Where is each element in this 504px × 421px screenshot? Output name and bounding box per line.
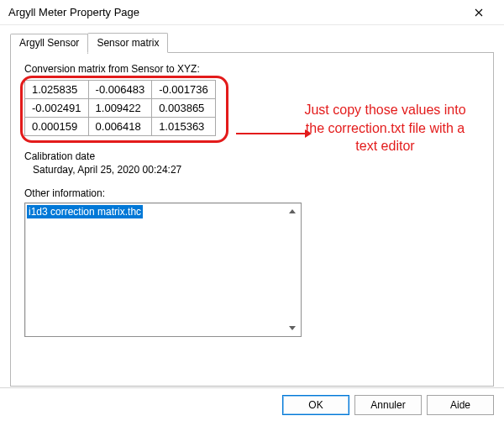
- table-row: -0.002491 1.009422 0.003865: [25, 99, 216, 118]
- conversion-matrix-table: 1.025835 -0.006483 -0.001736 -0.002491 1…: [24, 80, 216, 136]
- calibration-date-value: Saturday, April 25, 2020 00:24:27: [33, 164, 480, 176]
- matrix-cell[interactable]: 0.006418: [88, 118, 152, 136]
- tab-strip: Argyll Sensor Sensor matrix: [10, 32, 494, 52]
- tab-argyll-sensor[interactable]: Argyll Sensor: [10, 34, 88, 54]
- matrix-container: 1.025835 -0.006483 -0.001736 -0.002491 1…: [24, 80, 216, 136]
- scroll-down-button[interactable]: [285, 321, 299, 335]
- close-icon: [475, 8, 483, 17]
- tab-sensor-matrix[interactable]: Sensor matrix: [87, 33, 168, 53]
- tab-panel: Conversion matrix from Sensor to XYZ: 1.…: [10, 52, 494, 387]
- dialog-footer: OK Annuler Aide: [0, 387, 504, 421]
- window-title: Argyll Meter Property Page: [8, 6, 462, 18]
- ok-button[interactable]: OK: [282, 395, 349, 415]
- table-row: 1.025835 -0.006483 -0.001736: [25, 81, 216, 99]
- matrix-cell[interactable]: -0.006483: [88, 81, 152, 99]
- help-button[interactable]: Aide: [427, 395, 494, 415]
- other-information-box[interactable]: i1d3 correction matrix.thc: [24, 203, 302, 337]
- matrix-cell[interactable]: 1.009422: [88, 99, 152, 118]
- matrix-cell[interactable]: -0.001736: [152, 81, 216, 99]
- chevron-down-icon: [289, 326, 296, 330]
- content-area: Argyll Sensor Sensor matrix Conversion m…: [0, 25, 504, 387]
- matrix-cell[interactable]: 0.003865: [152, 99, 216, 118]
- close-button[interactable]: [462, 0, 496, 25]
- chevron-up-icon: [289, 209, 296, 213]
- table-row: 0.000159 0.006418 1.015363: [25, 118, 216, 136]
- matrix-cell[interactable]: -0.002491: [25, 99, 89, 118]
- cancel-button[interactable]: Annuler: [354, 395, 422, 415]
- other-info-line-selected[interactable]: i1d3 correction matrix.thc: [27, 205, 143, 218]
- matrix-cell[interactable]: 1.015363: [152, 118, 216, 136]
- matrix-cell[interactable]: 0.000159: [25, 118, 89, 136]
- annotation-text: Just copy those values into the correcti…: [299, 101, 471, 155]
- matrix-cell[interactable]: 1.025835: [25, 81, 89, 99]
- label-conversion-matrix: Conversion matrix from Sensor to XYZ:: [24, 63, 480, 75]
- titlebar: Argyll Meter Property Page: [0, 0, 504, 25]
- scroll-up-button[interactable]: [285, 204, 299, 218]
- label-other-information: Other information:: [24, 187, 480, 199]
